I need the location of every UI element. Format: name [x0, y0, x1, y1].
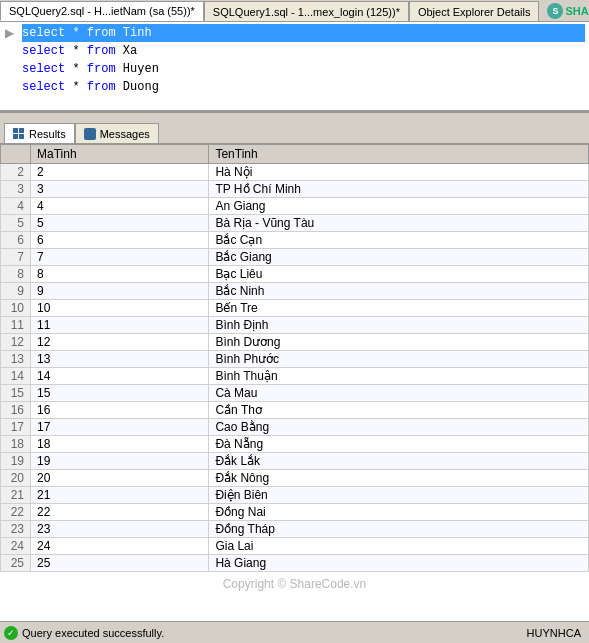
cell-matinh: 11: [31, 317, 209, 334]
status-user: HUYNHCA: [527, 627, 585, 639]
row-number: 21: [1, 487, 31, 504]
tab-sqlquery2[interactable]: SQLQuery2.sql - H...ietNam (sa (55))*: [0, 1, 204, 21]
sharecode-circle-icon: S: [547, 3, 563, 19]
table-row: 2020Đắk Nông: [1, 470, 589, 487]
row-number: 9: [1, 283, 31, 300]
cell-matinh: 23: [31, 521, 209, 538]
row-number: 24: [1, 538, 31, 555]
data-grid[interactable]: MaTinh TenTinh 22Hà Nội33TP Hồ Chí Minh4…: [0, 144, 589, 624]
table-row: 2121Điện Biên: [1, 487, 589, 504]
cell-matinh: 5: [31, 215, 209, 232]
cell-tentinh: An Giang: [209, 198, 589, 215]
row-number: 13: [1, 351, 31, 368]
sharecode-logo: S SHARECODE.vn: [547, 3, 589, 19]
line-numbers: ▶: [0, 24, 16, 42]
editor-hscroll[interactable]: [0, 112, 589, 120]
cell-matinh: 13: [31, 351, 209, 368]
kw-from-3: from: [87, 60, 116, 78]
table-row: 1212Bình Dương: [1, 334, 589, 351]
cell-tentinh: Bắc Ninh: [209, 283, 589, 300]
table-row: 77Bắc Giang: [1, 249, 589, 266]
tab-sqlquery1-label: SQLQuery1.sql - 1...mex_login (125))*: [213, 6, 400, 18]
table-row: 1919Đắk Lắk: [1, 453, 589, 470]
table-row: 99Bắc Ninh: [1, 283, 589, 300]
messages-tab-label: Messages: [100, 128, 150, 140]
table-header-row: MaTinh TenTinh: [1, 145, 589, 164]
tab-sqlquery1[interactable]: SQLQuery1.sql - 1...mex_login (125))*: [204, 1, 409, 21]
table-row: 1111Bình Định: [1, 317, 589, 334]
cell-matinh: 25: [31, 555, 209, 572]
row-number: 5: [1, 215, 31, 232]
cell-matinh: 8: [31, 266, 209, 283]
row-number: 22: [1, 504, 31, 521]
code-line-4: select * from Duong: [22, 78, 585, 96]
code-space-3: *: [65, 60, 87, 78]
kw-from-2: from: [87, 42, 116, 60]
status-bar: ✓ Query executed successfully. HUYNHCA: [0, 621, 589, 643]
code-table-1: Tinh: [116, 24, 152, 42]
row-number: 6: [1, 232, 31, 249]
table-row: 1010Bến Tre: [1, 300, 589, 317]
results-tab-label: Results: [29, 128, 66, 140]
cell-matinh: 14: [31, 368, 209, 385]
code-table-4: Duong: [116, 78, 159, 96]
cell-matinh: 22: [31, 504, 209, 521]
tab-results[interactable]: Results: [4, 123, 75, 143]
cell-tentinh: Bình Thuận: [209, 368, 589, 385]
cell-tentinh: Bình Dương: [209, 334, 589, 351]
row-number: 20: [1, 470, 31, 487]
messages-icon: [84, 128, 96, 140]
code-line-3: select * from Huyen: [22, 60, 585, 78]
cell-matinh: 18: [31, 436, 209, 453]
code-line-1: select * from Tinh: [22, 24, 585, 42]
table-row: 1616Cần Thơ: [1, 402, 589, 419]
tab-objexplorer[interactable]: Object Explorer Details: [409, 1, 540, 21]
col-tentinh: TenTinh: [209, 145, 589, 164]
cell-matinh: 7: [31, 249, 209, 266]
table-row: 1313Bình Phước: [1, 351, 589, 368]
table-row: 1414Bình Thuận: [1, 368, 589, 385]
tab-bar: SQLQuery2.sql - H...ietNam (sa (55))* SQ…: [0, 0, 589, 22]
cell-tentinh: Đắk Lắk: [209, 453, 589, 470]
table-row: 2222Đồng Nai: [1, 504, 589, 521]
cell-tentinh: Đắk Nông: [209, 470, 589, 487]
kw-select-1: select: [22, 24, 65, 42]
cell-tentinh: Bắc Cạn: [209, 232, 589, 249]
tab-messages[interactable]: Messages: [75, 123, 159, 143]
row-number: 14: [1, 368, 31, 385]
table-body: 22Hà Nội33TP Hồ Chí Minh44An Giang55Bà R…: [1, 164, 589, 572]
code-space-2: *: [65, 42, 87, 60]
status-message: Query executed successfully.: [22, 627, 523, 639]
row-number: 23: [1, 521, 31, 538]
tab-objexplorer-label: Object Explorer Details: [418, 6, 531, 18]
row-number: 17: [1, 419, 31, 436]
code-space-4: *: [65, 78, 87, 96]
table-row: 44An Giang: [1, 198, 589, 215]
table-row: 66Bắc Cạn: [1, 232, 589, 249]
results-table: MaTinh TenTinh 22Hà Nội33TP Hồ Chí Minh4…: [0, 144, 589, 572]
code-space-1: *: [65, 24, 87, 42]
table-row: 33TP Hồ Chí Minh: [1, 181, 589, 198]
table-row: 2525Hà Giang: [1, 555, 589, 572]
kw-select-4: select: [22, 78, 65, 96]
cell-matinh: 15: [31, 385, 209, 402]
code-editor[interactable]: select * from Tinh select * from Xa sele…: [22, 24, 585, 96]
cell-tentinh: Cao Bằng: [209, 419, 589, 436]
cell-matinh: 19: [31, 453, 209, 470]
cell-matinh: 21: [31, 487, 209, 504]
kw-select-3: select: [22, 60, 65, 78]
cell-matinh: 3: [31, 181, 209, 198]
cell-tentinh: Cà Mau: [209, 385, 589, 402]
status-success-icon: ✓: [4, 626, 18, 640]
table-row: 1515Cà Mau: [1, 385, 589, 402]
code-table-2: Xa: [116, 42, 138, 60]
row-number: 10: [1, 300, 31, 317]
cell-tentinh: Bình Định: [209, 317, 589, 334]
editor-area[interactable]: ▶ select * from Tinh select * from Xa se…: [0, 22, 589, 112]
row-number: 3: [1, 181, 31, 198]
row-number: 4: [1, 198, 31, 215]
cell-matinh: 2: [31, 164, 209, 181]
cell-matinh: 12: [31, 334, 209, 351]
cell-matinh: 10: [31, 300, 209, 317]
cell-tentinh: Bến Tre: [209, 300, 589, 317]
